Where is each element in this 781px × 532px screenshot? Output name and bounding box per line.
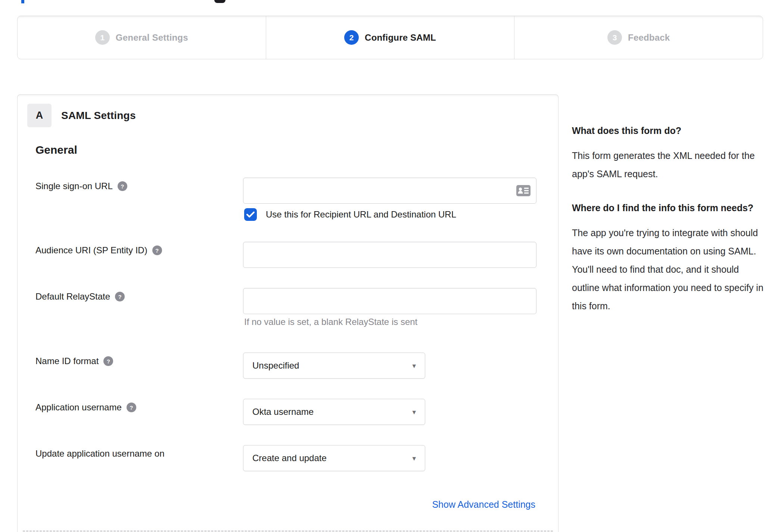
chevron-down-icon: ▾ bbox=[412, 362, 416, 370]
saml-settings-panel: A SAML Settings General Single sign-on U… bbox=[17, 94, 558, 532]
help-icon[interactable]: ? bbox=[118, 181, 127, 191]
step-number-badge: 3 bbox=[607, 30, 622, 45]
dashed-divider bbox=[23, 531, 553, 532]
step-number-badge: 2 bbox=[344, 30, 359, 45]
help-icon[interactable]: ? bbox=[103, 356, 113, 366]
sso-url-input-wrap bbox=[243, 178, 536, 204]
app-username-select[interactable]: Okta username ▾ bbox=[243, 399, 425, 425]
update-username-label-row: Update application username on bbox=[35, 448, 165, 459]
step-feedback[interactable]: 3 Feedback bbox=[514, 16, 763, 59]
header-fragment-blue bbox=[21, 0, 24, 3]
app-username-value: Okta username bbox=[252, 407, 314, 417]
help-sidebar: What does this form do? This form genera… bbox=[572, 122, 766, 315]
chevron-down-icon: ▾ bbox=[412, 408, 416, 416]
panel-title: SAML Settings bbox=[61, 110, 136, 122]
relaystate-label: Default RelayState bbox=[35, 291, 110, 302]
general-group-title: General bbox=[35, 144, 77, 156]
section-a-badge: A bbox=[27, 104, 52, 127]
header-fragment-lock-icon bbox=[214, 0, 225, 3]
panel-header: A SAML Settings bbox=[27, 104, 136, 127]
app-username-label: Application username bbox=[35, 402, 122, 413]
help-icon[interactable]: ? bbox=[127, 403, 136, 412]
audience-uri-input[interactable] bbox=[243, 242, 536, 268]
update-username-value: Create and update bbox=[252, 453, 327, 463]
name-id-format-label: Name ID format bbox=[35, 356, 99, 366]
recipient-url-checkbox-label: Use this for Recipient URL and Destinati… bbox=[266, 209, 456, 220]
help-question-1: What does this form do? bbox=[572, 122, 766, 140]
audience-uri-label: Audience URI (SP Entity ID) bbox=[35, 245, 147, 256]
recipient-url-checkbox[interactable] bbox=[244, 208, 257, 221]
contact-card-icon bbox=[516, 185, 530, 196]
help-answer-1: This form generates the XML needed for t… bbox=[572, 147, 766, 183]
step-label: Configure SAML bbox=[365, 32, 436, 43]
app-username-label-row: Application username ? bbox=[35, 402, 136, 413]
help-answer-2: The app you're trying to integrate with … bbox=[572, 224, 766, 315]
wizard-step-bar: 1 General Settings 2 Configure SAML 3 Fe… bbox=[17, 16, 763, 59]
name-id-format-value: Unspecified bbox=[252, 360, 299, 371]
sso-url-input[interactable] bbox=[243, 178, 536, 204]
chevron-down-icon: ▾ bbox=[412, 454, 416, 463]
help-block-what: What does this form do? This form genera… bbox=[572, 122, 766, 183]
audience-uri-label-row: Audience URI (SP Entity ID) ? bbox=[35, 245, 162, 256]
relaystate-input[interactable] bbox=[243, 288, 536, 314]
sso-url-label: Single sign-on URL bbox=[35, 181, 113, 191]
relaystate-label-row: Default RelayState ? bbox=[35, 291, 125, 302]
help-question-2: Where do I find the info this form needs… bbox=[572, 199, 766, 217]
name-id-format-select[interactable]: Unspecified ▾ bbox=[243, 353, 425, 379]
help-icon[interactable]: ? bbox=[152, 245, 162, 255]
sso-url-label-row: Single sign-on URL ? bbox=[35, 181, 127, 191]
name-id-format-label-row: Name ID format ? bbox=[35, 356, 113, 366]
recipient-url-checkbox-row: Use this for Recipient URL and Destinati… bbox=[244, 208, 456, 221]
step-label: General Settings bbox=[116, 32, 188, 43]
help-block-where: Where do I find the info this form needs… bbox=[572, 199, 766, 315]
step-general-settings[interactable]: 1 General Settings bbox=[18, 16, 266, 59]
update-username-label: Update application username on bbox=[35, 448, 165, 459]
help-icon[interactable]: ? bbox=[115, 292, 125, 301]
step-configure-saml[interactable]: 2 Configure SAML bbox=[266, 16, 514, 59]
step-number-badge: 1 bbox=[95, 30, 110, 45]
relaystate-hint: If no value is set, a blank RelayState i… bbox=[244, 317, 417, 327]
checkmark-icon bbox=[246, 211, 255, 218]
show-advanced-settings-link[interactable]: Show Advanced Settings bbox=[432, 499, 535, 510]
update-username-select[interactable]: Create and update ▾ bbox=[243, 445, 425, 471]
step-label: Feedback bbox=[628, 32, 670, 43]
